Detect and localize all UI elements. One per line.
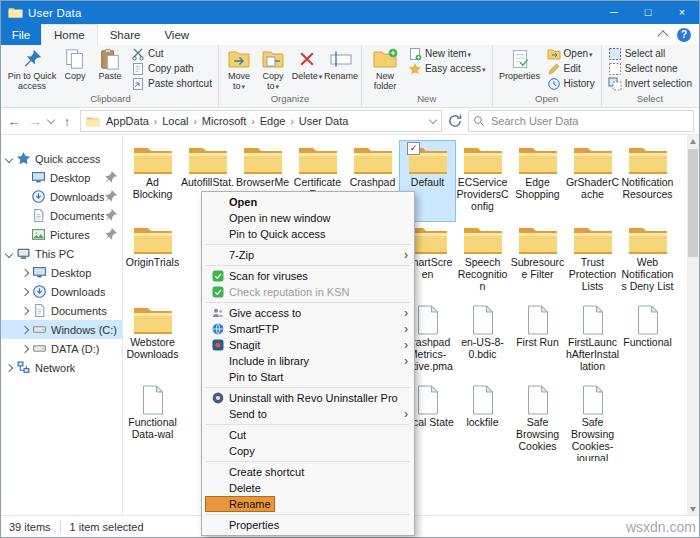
move-to-button[interactable]: Move to▾ [222, 46, 256, 92]
sidebar-item-documents[interactable]: Documents [1, 206, 122, 225]
tab-file[interactable]: File [1, 24, 41, 45]
sidebar-item-network[interactable]: Network [1, 358, 122, 377]
pin-to-quick-access-button[interactable]: Pin to Quick access [6, 46, 58, 91]
selection-checkbox[interactable]: ✓ [407, 142, 420, 155]
history-button[interactable]: History [544, 76, 598, 91]
new-item-button[interactable]: New item▾ [405, 46, 489, 61]
scroll-up-icon[interactable] [687, 135, 699, 148]
tab-home[interactable]: Home [41, 24, 98, 45]
address-dropdown-icon[interactable] [429, 115, 437, 123]
breadcrumb-separator-icon[interactable]: › [151, 116, 160, 127]
breadcrumb-item-microsoft[interactable]: Microsoft [200, 115, 249, 127]
search-box[interactable] [468, 110, 694, 132]
sidebar-item-data-d[interactable]: DATA (D:) [1, 339, 122, 358]
context-menu-item-open-in-new-window[interactable]: Open in new window [203, 210, 413, 226]
chevron-right-icon[interactable] [21, 325, 29, 333]
select-none-button[interactable]: Select none [605, 61, 695, 76]
invert-selection-button[interactable]: Invert selection [605, 76, 695, 91]
folder-item-ecserviceprovidersconfig[interactable]: ECServiceProvidersConfig [455, 141, 510, 221]
back-button[interactable]: ← [6, 114, 22, 129]
maximize-button[interactable]: □ [631, 1, 665, 24]
breadcrumb[interactable]: AppData›Local›Microsoft›Edge›User Data [80, 110, 442, 132]
context-menu-item-open[interactable]: Open [203, 194, 413, 210]
folder-item-speech-recognition[interactable]: Speech Recognition [455, 221, 510, 301]
context-menu-item-include-in-library[interactable]: Include in library› [203, 353, 413, 369]
chevron-down-icon[interactable] [5, 154, 13, 162]
file-item-lockfile[interactable]: lockfile [455, 381, 510, 461]
folder-item-ad-blocking[interactable]: Ad Blocking [125, 141, 180, 221]
sidebar-item-pictures[interactable]: Pictures [1, 225, 122, 244]
context-menu-item-send-to[interactable]: Send to› [203, 406, 413, 422]
context-menu-item-properties[interactable]: Properties [203, 517, 413, 533]
history-dropdown-icon[interactable] [47, 115, 55, 123]
folder-item-trust-protection-lists[interactable]: Trust Protection Lists [565, 221, 620, 301]
paste-button[interactable]: Paste [92, 46, 128, 81]
file-item-firstlaunchafterinstallation[interactable]: FirstLaunchAfterInstallation [565, 301, 620, 381]
chevron-right-icon[interactable] [21, 268, 29, 276]
folder-item-web-notifications-deny-list[interactable]: Web Notifications Deny List [620, 221, 675, 301]
sidebar-item-desktop[interactable]: Desktop [1, 263, 122, 282]
context-menu-item-pin-to-quick-access[interactable]: Pin to Quick access [203, 226, 413, 242]
sidebar-item-quick-access[interactable]: Quick access [1, 149, 122, 168]
sidebar-item-this-pc[interactable]: This PC [1, 244, 122, 263]
properties-button[interactable]: Properties [496, 46, 544, 81]
breadcrumb-item-edge[interactable]: Edge [258, 115, 288, 127]
context-menu-item-copy[interactable]: Copy [203, 443, 413, 459]
chevron-right-icon[interactable] [21, 287, 29, 295]
tab-view[interactable]: View [152, 24, 201, 45]
context-menu-item-rename[interactable]: Rename [203, 496, 413, 512]
breadcrumb-item-user-data[interactable]: User Data [297, 115, 351, 127]
vertical-scrollbar[interactable] [687, 135, 699, 516]
chevron-down-icon[interactable] [5, 249, 13, 257]
copy-path-button[interactable]: Copy path [128, 61, 215, 76]
breadcrumb-separator-icon[interactable]: › [287, 116, 296, 127]
breadcrumb-separator-icon[interactable]: › [190, 116, 199, 127]
context-menu-item-give-access-to[interactable]: Give access to› [203, 305, 413, 321]
open-button[interactable]: Open▾ [544, 46, 598, 61]
context-menu-item-scan-for-viruses[interactable]: Scan for viruses [203, 268, 413, 284]
edit-button[interactable]: Edit [544, 61, 598, 76]
context-menu-item-create-shortcut[interactable]: Create shortcut [203, 464, 413, 480]
context-menu-item-delete[interactable]: Delete [203, 480, 413, 496]
minimize-button[interactable]: ─ [597, 1, 631, 24]
refresh-icon[interactable] [447, 113, 463, 129]
up-button[interactable]: ↑ [59, 114, 75, 129]
rename-button[interactable]: Rename [324, 46, 358, 81]
copy-button[interactable]: Copy [58, 46, 92, 81]
tab-share[interactable]: Share [98, 24, 153, 45]
forward-button[interactable]: → [27, 114, 43, 129]
collapse-ribbon-icon[interactable] [657, 30, 668, 41]
context-menu-item-cut[interactable]: Cut [203, 427, 413, 443]
sidebar-item-downloads[interactable]: Downloads [1, 187, 122, 206]
chevron-right-icon[interactable] [21, 344, 29, 352]
folder-item-subresource-filter[interactable]: Subresource Filter [510, 221, 565, 301]
context-menu-item-smartftp[interactable]: SmartFTP› [203, 321, 413, 337]
breadcrumb-item-appdata[interactable]: AppData [104, 115, 151, 127]
sidebar-item-windows-c[interactable]: Windows (C:) [1, 320, 122, 339]
help-icon[interactable]: ? [677, 28, 691, 42]
file-item-functional-data-wal[interactable]: Functional Data-wal [125, 381, 180, 461]
sidebar-item-documents[interactable]: Documents [1, 301, 122, 320]
copy-to-button[interactable]: Copy to▾ [256, 46, 290, 92]
context-menu-item-snagit[interactable]: Snagit› [203, 337, 413, 353]
folder-item-origintrials[interactable]: OriginTrials [125, 221, 180, 301]
folder-item-edge-shopping[interactable]: Edge Shopping [510, 141, 565, 221]
chevron-right-icon[interactable] [21, 306, 29, 314]
easy-access-button[interactable]: Easy access▾ [405, 61, 489, 76]
context-menu-item-uninstall-with-revo-uninstaller-pro[interactable]: Uninstall with Revo Uninstaller Pro [203, 390, 413, 406]
file-item-safe-browsing-cookies-journal[interactable]: Safe Browsing Cookies-journal [565, 381, 620, 461]
close-button[interactable]: × [665, 1, 699, 24]
file-item-functional[interactable]: Functional [620, 301, 675, 381]
breadcrumb-item-local[interactable]: Local [160, 115, 190, 127]
scrollbar-thumb[interactable] [688, 149, 698, 257]
folder-item-notification-resources[interactable]: Notification Resources [620, 141, 675, 221]
file-item-safe-browsing-cookies[interactable]: Safe Browsing Cookies [510, 381, 565, 461]
cut-button[interactable]: Cut [128, 46, 215, 61]
sidebar-item-downloads[interactable]: Downloads [1, 282, 122, 301]
paste-shortcut-button[interactable]: Paste shortcut [128, 76, 215, 91]
context-menu-item-pin-to-start[interactable]: Pin to Start [203, 369, 413, 385]
chevron-right-icon[interactable] [5, 363, 13, 371]
sidebar-item-desktop[interactable]: Desktop [1, 168, 122, 187]
context-menu-item-7-zip[interactable]: 7-Zip› [203, 247, 413, 263]
new-folder-button[interactable]: New folder [365, 46, 405, 91]
